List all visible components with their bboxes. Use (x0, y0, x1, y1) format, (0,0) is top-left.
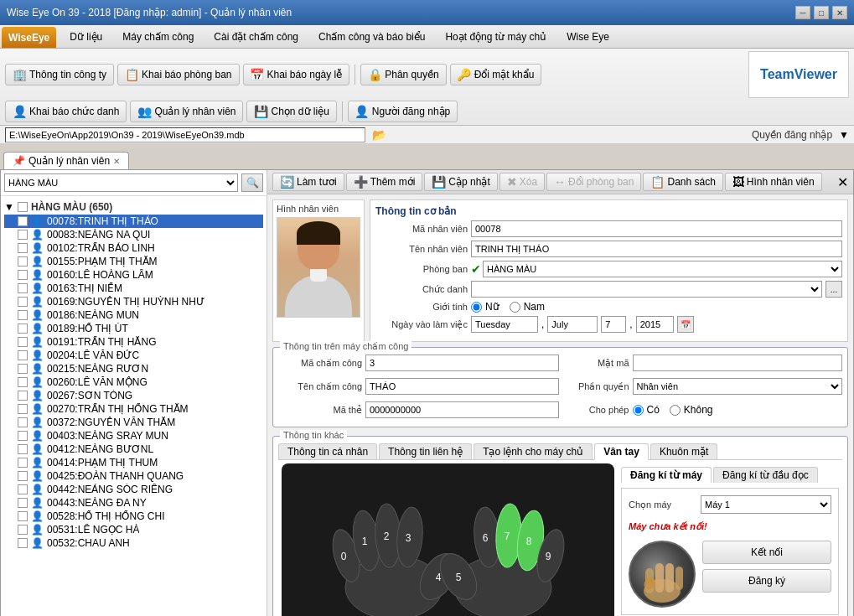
radio-khong-input[interactable] (670, 405, 681, 416)
employee-item[interactable]: 👤 00414:PHẠM THỊ THUM (4, 456, 263, 469)
may-select[interactable]: Máy 1 (701, 495, 831, 514)
employee-item[interactable]: 👤 00532:CHAU ANH (4, 536, 263, 550)
close-panel-btn[interactable]: ✕ (837, 174, 848, 190)
employee-item[interactable]: 👤 00260:LÊ VĂN MỘNG (4, 375, 263, 389)
update-btn[interactable]: 💾 Cập nhật (424, 173, 497, 191)
menu-hoat-dong[interactable]: Hoạt động từ máy chủ (435, 25, 556, 48)
radio-nam-input[interactable] (510, 302, 520, 313)
emp-checkbox[interactable] (18, 431, 28, 441)
emp-checkbox[interactable] (18, 270, 28, 280)
ma-cc-input[interactable] (365, 355, 559, 371)
date-picker-btn[interactable]: 📅 (677, 316, 694, 333)
fp-tab-may[interactable]: Đăng kí từ máy (621, 467, 712, 483)
refresh-btn[interactable]: 🔄 Làm tươi (272, 173, 344, 191)
employee-item[interactable]: 👤 00169:NGUYỄN THỊ HUỲNH NHƯ (4, 295, 263, 308)
ma-nv-input[interactable] (471, 220, 842, 237)
path-input[interactable] (5, 127, 365, 142)
list-btn[interactable]: 📋 Danh sách (643, 173, 722, 191)
emp-checkbox[interactable] (18, 283, 28, 293)
ten-cc-input[interactable] (365, 378, 559, 395)
employee-item[interactable]: 👤 00189:HỒ THỊ ÚT (4, 322, 263, 335)
employee-item[interactable]: 👤 00403:NEÀNG SRAY MUN (4, 429, 263, 443)
date-month[interactable] (547, 316, 598, 333)
tab-quan-ly-nv[interactable]: 📌 Quản lý nhân viên ✕ (3, 152, 129, 169)
emp-checkbox[interactable] (18, 498, 28, 508)
employee-item[interactable]: 👤 00372:NGUYỄN VĂN THẮM (4, 416, 263, 429)
root-checkbox[interactable] (18, 202, 28, 212)
emp-checkbox[interactable] (18, 364, 28, 374)
employee-item[interactable]: 👤 00267:SƠN TÒNG (4, 389, 263, 402)
employee-item[interactable]: 👤 00186:NEÀNG MUN (4, 308, 263, 322)
ma-the-input[interactable] (365, 401, 559, 418)
add-btn[interactable]: ➕ Thêm mới (346, 173, 423, 191)
employee-item[interactable]: 👤 00163:THỊ NIỀM (4, 282, 263, 295)
tab-lien-he[interactable]: Thông tin liên hệ (379, 443, 472, 459)
emp-checkbox[interactable] (18, 538, 28, 548)
menu-cai-dat[interactable]: Cài đặt chấm công (204, 25, 308, 48)
btn-khai-bao-ngay-le[interactable]: 📅 Khai báo ngày lễ (243, 64, 350, 85)
phong-ban-select[interactable]: HÀNG MÀU (483, 261, 842, 277)
employee-item[interactable]: 👤 00215:NEÀNG RƯƠN (4, 362, 263, 375)
dang-ky-btn[interactable]: Đăng ký (702, 569, 831, 593)
emp-checkbox[interactable] (18, 391, 28, 401)
ten-nv-input[interactable] (471, 241, 842, 257)
employee-item[interactable]: 👤 00270:TRẦN THỊ HỒNG THẮM (4, 402, 263, 416)
emp-checkbox[interactable] (18, 243, 28, 253)
mat-ma-input[interactable] (633, 355, 843, 371)
employee-item[interactable]: 👤 00078:TRINH THỊ THẢO (4, 215, 263, 228)
employee-item[interactable]: 👤 00083:NEÀNG NA QUI (4, 228, 263, 241)
emp-checkbox[interactable] (18, 417, 28, 427)
photo-btn[interactable]: 🖼 Hình nhân viên (725, 173, 822, 191)
radio-nu-input[interactable] (471, 302, 482, 313)
btn-thong-tin-cty[interactable]: 🏢 Thông tin công ty (5, 64, 114, 85)
emp-checkbox[interactable] (18, 310, 28, 320)
emp-checkbox[interactable] (18, 404, 28, 414)
tab-tao-lenh[interactable]: Tạo lệnh cho máy chủ (474, 443, 593, 459)
tab-ca-nhan[interactable]: Thông tin cá nhân (278, 443, 377, 459)
emp-checkbox[interactable] (18, 324, 28, 334)
fp-tab-dau-doc[interactable]: Đăng kí từ đầu đọc (713, 467, 818, 483)
chuc-danh-select[interactable] (471, 281, 822, 298)
btn-phan-quyen[interactable]: 🔒 Phân quyền (360, 64, 446, 85)
btn-nguoi-dang-nhap[interactable]: 👤 Người đăng nhập (348, 101, 458, 122)
delete-btn[interactable]: ✖ Xóa (499, 173, 545, 191)
emp-checkbox[interactable] (18, 525, 28, 535)
btn-quan-ly-nv[interactable]: 👥 Quản lý nhân viên (130, 101, 243, 122)
menu-du-lieu[interactable]: Dữ liệu (60, 25, 112, 48)
radio-co-input[interactable] (633, 405, 644, 416)
change-dept-btn[interactable]: ↔ Đổi phòng ban (546, 173, 641, 191)
tab-close-btn[interactable]: ✕ (113, 157, 120, 166)
employee-item[interactable]: 👤 00102:TRẦN BẢO LINH (4, 241, 263, 255)
employee-item[interactable]: 👤 00412:NEÀNG BƯƠNL (4, 443, 263, 456)
teamviewer-logo[interactable]: TeamViewer (748, 51, 849, 98)
emp-checkbox[interactable] (18, 511, 28, 521)
close-btn[interactable]: ✕ (832, 6, 847, 19)
employee-item[interactable]: 👤 00528:HỒ THỊ HỒNG CHI (4, 510, 263, 523)
emp-checkbox[interactable] (18, 377, 28, 387)
menu-may-cham-cong[interactable]: Máy chấm công (112, 25, 204, 48)
employee-item[interactable]: 👤 00160:LÊ HOÀNG LÂM (4, 268, 263, 282)
phan-quyen-select[interactable]: Nhân viên (633, 378, 843, 395)
date-year[interactable] (636, 316, 674, 333)
emp-checkbox[interactable] (18, 230, 28, 240)
btn-khai-bao-chuc-danh[interactable]: 👤 Khai báo chức danh (5, 101, 127, 122)
emp-checkbox[interactable] (18, 458, 28, 468)
btn-khai-bao-phong-ban[interactable]: 📋 Khai báo phòng ban (117, 64, 239, 85)
ket-noi-btn[interactable]: Kết nối (702, 541, 831, 564)
employee-item[interactable]: 👤 00443:NEÀNG ĐA NY (4, 496, 263, 510)
employee-item[interactable]: 👤 00155:PHẠM THỊ THẮM (4, 255, 263, 268)
tab-khuon-mat[interactable]: Khuôn mặt (650, 443, 717, 459)
emp-checkbox[interactable] (18, 471, 28, 481)
emp-checkbox[interactable] (18, 297, 28, 307)
employee-item[interactable]: 👤 00204:LÊ VĂN ĐỨC (4, 349, 263, 362)
chuc-danh-more-btn[interactable]: ... (826, 281, 842, 298)
tab-van-tay[interactable]: Vân tay (594, 443, 649, 460)
emp-checkbox[interactable] (18, 337, 28, 347)
btn-doi-mat-khau[interactable]: 🔑 Đổi mật khẩu (450, 64, 542, 85)
path-btn[interactable]: 📂 (372, 128, 386, 142)
emp-checkbox[interactable] (18, 256, 28, 267)
emp-checkbox[interactable] (18, 350, 28, 360)
emp-checkbox[interactable] (18, 444, 28, 454)
employee-item[interactable]: 👤 00425:ĐOÀN THANH QUANG (4, 469, 263, 483)
menu-cham-cong[interactable]: Chấm công và báo biểu (308, 25, 435, 48)
